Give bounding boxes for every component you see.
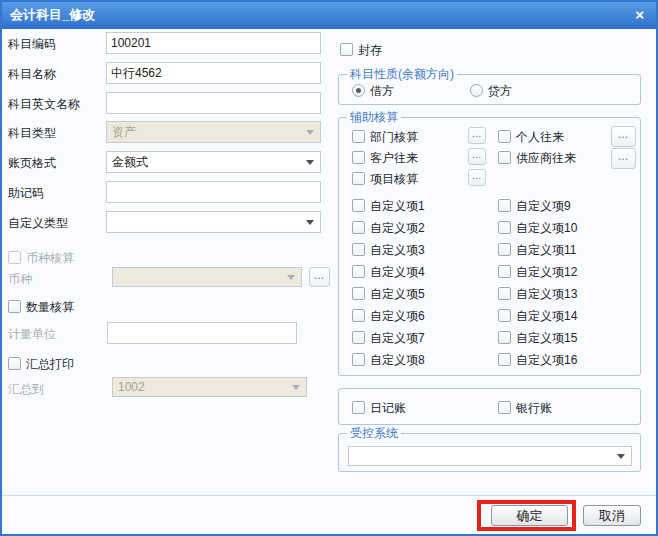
subject-en-name-input[interactable] xyxy=(106,92,321,114)
custom-item-8-label: 自定义项8 xyxy=(370,352,425,369)
titlebar[interactable]: 会计科目_修改 × xyxy=(0,0,658,29)
personal-browse-button[interactable]: ... xyxy=(611,126,636,147)
quantity-accounting-label: 数量核算 xyxy=(26,299,74,316)
custom-item-5-label: 自定义项5 xyxy=(370,286,425,303)
custom-item-7-label: 自定义项7 xyxy=(370,330,425,347)
credit-radio[interactable] xyxy=(470,84,483,97)
checkbox-custom-item-15[interactable] xyxy=(498,331,511,344)
checkbox-custom-item-8[interactable] xyxy=(352,353,365,366)
controlled-system-title: 受控系统 xyxy=(347,425,401,442)
dropdown-arrow-icon xyxy=(306,220,314,225)
checkbox-custom-item-14[interactable] xyxy=(498,309,511,322)
sealed-label: 封存 xyxy=(358,42,382,59)
subject-type-select: 资产 xyxy=(106,121,321,143)
unit-input[interactable] xyxy=(107,322,297,344)
mnemonic-input[interactable] xyxy=(106,181,321,203)
sealed-checkbox[interactable] xyxy=(340,43,353,56)
unit-label: 计量单位 xyxy=(8,326,56,343)
debit-radio[interactable] xyxy=(352,84,365,97)
dept-accounting-checkbox[interactable] xyxy=(352,130,365,143)
custom-item-15-label: 自定义项15 xyxy=(516,330,577,347)
dialog-accounting-subject-edit: 会计科目_修改 × 科目编码 科目名称 科目英文名称 科目类型 资产 账页格式 … xyxy=(0,0,658,536)
debit-label: 借方 xyxy=(370,83,394,100)
customer-label: 客户往来 xyxy=(370,150,418,167)
dropdown-arrow-icon xyxy=(292,385,300,390)
page-format-select[interactable]: 金额式 xyxy=(106,151,321,173)
checkbox-custom-item-16[interactable] xyxy=(498,353,511,366)
footer-divider xyxy=(2,495,656,496)
currency-accounting-checkbox xyxy=(8,251,21,264)
checkbox-custom-item-11[interactable] xyxy=(498,243,511,256)
dropdown-arrow-icon xyxy=(306,160,314,165)
summary-to-value: 1002 xyxy=(118,380,145,394)
checkbox-custom-item-7[interactable] xyxy=(352,331,365,344)
customer-browse-button[interactable]: ... xyxy=(468,148,486,165)
checkbox-custom-item-4[interactable] xyxy=(352,265,365,278)
project-checkbox[interactable] xyxy=(352,172,365,185)
project-label: 项目核算 xyxy=(370,171,418,188)
personal-label: 个人往来 xyxy=(516,129,564,146)
personal-checkbox[interactable] xyxy=(498,130,511,143)
credit-label: 贷方 xyxy=(488,83,512,100)
custom-item-9-label: 自定义项9 xyxy=(516,198,571,215)
summary-to-select: 1002 xyxy=(112,377,307,397)
checkbox-custom-item-5[interactable] xyxy=(352,287,365,300)
checkbox-custom-item-3[interactable] xyxy=(352,243,365,256)
custom-item-14-label: 自定义项14 xyxy=(516,308,577,325)
checkbox-custom-item-13[interactable] xyxy=(498,287,511,300)
balance-direction-title: 科目性质(余额方向) xyxy=(347,66,457,83)
custom-item-11-label: 自定义项11 xyxy=(516,242,576,259)
subject-type-label: 科目类型 xyxy=(8,125,56,142)
cancel-button[interactable]: 取消 xyxy=(583,505,641,526)
supplier-label: 供应商往来 xyxy=(516,150,576,167)
custom-item-4-label: 自定义项4 xyxy=(370,264,425,281)
subject-en-name-label: 科目英文名称 xyxy=(8,96,80,113)
dept-accounting-label: 部门核算 xyxy=(370,129,418,146)
journal-label: 日记账 xyxy=(370,400,406,417)
subject-name-input[interactable] xyxy=(106,62,321,84)
controlled-system-select[interactable] xyxy=(348,446,632,466)
subject-code-label: 科目编码 xyxy=(8,36,56,53)
checkbox-custom-item-12[interactable] xyxy=(498,265,511,278)
ok-button[interactable]: 确定 xyxy=(491,505,568,526)
checkbox-custom-item-9[interactable] xyxy=(498,199,511,212)
subject-code-input[interactable] xyxy=(106,32,321,54)
custom-item-16-label: 自定义项16 xyxy=(516,352,577,369)
currency-accounting-label: 币种核算 xyxy=(26,250,74,267)
custom-item-2-label: 自定义项2 xyxy=(370,220,425,237)
currency-browse-button[interactable]: ... xyxy=(309,267,330,287)
checkbox-custom-item-10[interactable] xyxy=(498,221,511,234)
checkbox-custom-item-6[interactable] xyxy=(352,309,365,322)
summary-print-checkbox[interactable] xyxy=(8,357,21,370)
project-browse-button[interactable]: ... xyxy=(468,169,486,186)
bank-ledger-label: 银行账 xyxy=(516,400,552,417)
journal-checkbox[interactable] xyxy=(352,401,365,414)
currency-label: 币种 xyxy=(8,271,32,288)
close-icon[interactable]: × xyxy=(635,1,644,28)
custom-item-10-label: 自定义项10 xyxy=(516,220,577,237)
checkbox-custom-item-1[interactable] xyxy=(352,199,365,212)
page-format-value: 金额式 xyxy=(112,155,148,169)
custom-item-13-label: 自定义项13 xyxy=(516,286,577,303)
custom-type-label: 自定义类型 xyxy=(8,215,68,232)
currency-select xyxy=(112,267,302,287)
summary-to-label: 汇总到 xyxy=(8,381,44,398)
dropdown-arrow-icon xyxy=(306,130,314,135)
supplier-checkbox[interactable] xyxy=(498,151,511,164)
dept-browse-button[interactable]: ... xyxy=(468,127,486,144)
aux-accounting-title: 辅助核算 xyxy=(347,109,401,126)
bank-ledger-checkbox[interactable] xyxy=(498,401,511,414)
customer-checkbox[interactable] xyxy=(352,151,365,164)
page-format-label: 账页格式 xyxy=(8,155,56,172)
custom-item-1-label: 自定义项1 xyxy=(370,198,425,215)
subject-type-value: 资产 xyxy=(112,125,136,139)
mnemonic-label: 助记码 xyxy=(8,185,44,202)
supplier-browse-button[interactable]: ... xyxy=(611,148,636,169)
checkbox-custom-item-2[interactable] xyxy=(352,221,365,234)
dropdown-arrow-icon xyxy=(287,275,295,280)
quantity-accounting-checkbox[interactable] xyxy=(8,300,21,313)
summary-print-label: 汇总打印 xyxy=(26,356,74,373)
custom-item-3-label: 自定义项3 xyxy=(370,242,425,259)
custom-type-select[interactable] xyxy=(106,211,321,233)
custom-item-6-label: 自定义项6 xyxy=(370,308,425,325)
